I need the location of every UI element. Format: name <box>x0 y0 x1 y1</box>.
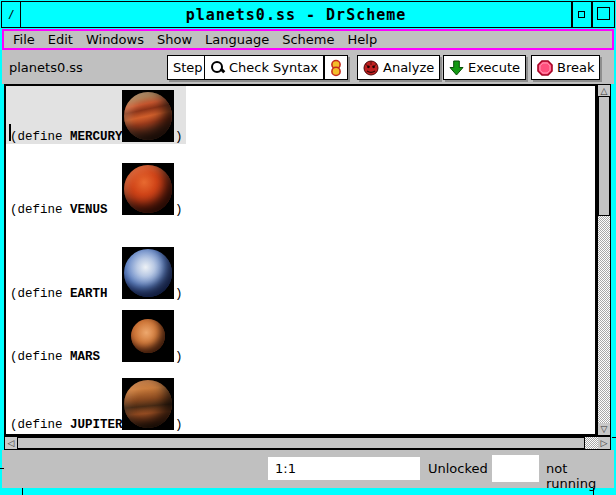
window-menu-icon: / <box>8 8 16 19</box>
maximize-button[interactable] <box>592 2 614 27</box>
menu-file[interactable]: File <box>13 32 35 47</box>
run-indicator-box <box>492 455 539 482</box>
drscheme-window: { "window": { "title": "planets0.ss - Dr… <box>0 0 616 495</box>
step-button-label: Step <box>173 60 203 75</box>
definition-line-mercury: (define MERCURY ) <box>6 90 266 142</box>
step-button[interactable]: Step <box>167 55 209 80</box>
toolbar: planets0.ss Step Check Syntax Analyze <box>2 50 614 84</box>
definitions-editor[interactable]: (define MERCURY ) (define VENUS ) (defin… <box>4 84 597 436</box>
planet-globe <box>124 380 172 428</box>
spider-face-icon <box>363 60 379 76</box>
analyze-label: Analyze <box>383 60 434 75</box>
identifier: MARS <box>70 350 100 364</box>
scroll-left-arrow-icon[interactable]: ◁ <box>5 437 17 449</box>
check-syntax-button[interactable]: Check Syntax <box>204 55 324 80</box>
scroll-down-arrow-icon[interactable]: ▽ <box>598 423 610 435</box>
menu-language[interactable]: Language <box>205 32 269 47</box>
filename-label: planets0.ss <box>9 60 83 75</box>
magnifier-icon <box>210 60 225 75</box>
run-status-label: not running <box>546 461 614 491</box>
planet-image-venus <box>122 163 174 215</box>
frame-resize-tick <box>612 437 616 438</box>
execute-label: Execute <box>468 60 520 75</box>
frame-resize-tick <box>0 468 4 469</box>
scroll-right-arrow-icon[interactable]: ▷ <box>598 437 610 449</box>
caret-position-field[interactable] <box>268 457 420 480</box>
planet-image-mercury <box>122 90 174 142</box>
close-paren: ) <box>175 130 183 144</box>
close-paren: ) <box>175 203 183 217</box>
definition-line-venus: (define VENUS ) <box>6 163 266 215</box>
close-paren: ) <box>175 418 183 432</box>
green-down-arrow-icon <box>449 60 464 76</box>
planet-globe <box>131 319 165 353</box>
definition-line-mars: (define MARS ) <box>6 310 266 362</box>
execute-button[interactable]: Execute <box>443 55 526 80</box>
planet-image-mars <box>122 310 174 362</box>
break-button[interactable]: Break <box>531 55 600 80</box>
break-label: Break <box>557 60 594 75</box>
code-text: (define <box>10 203 70 217</box>
maximize-icon <box>597 7 610 20</box>
menu-edit[interactable]: Edit <box>48 32 73 47</box>
frame-resize-tick <box>22 488 23 495</box>
close-paren: ) <box>175 287 183 301</box>
menu-show[interactable]: Show <box>157 32 192 47</box>
content-frame: (define MERCURY ) (define VENUS ) (defin… <box>4 84 611 450</box>
vertical-scrollbar[interactable]: △ ▽ <box>597 84 611 436</box>
frame-resize-tick <box>593 488 594 495</box>
identifier: VENUS <box>70 203 108 217</box>
code-text: (define <box>10 350 70 364</box>
statusbar: Unlocked not running <box>2 450 614 488</box>
identifier: MERCURY <box>70 130 123 144</box>
definition-line-earth: (define EARTH ) <box>6 247 266 299</box>
menubar: File Edit Windows Show Language Scheme H… <box>2 29 614 50</box>
library-button[interactable] <box>324 55 348 80</box>
window-title: planets0.ss - DrScheme <box>21 2 572 27</box>
code-text: (define <box>10 130 70 144</box>
identifier: JUPITER <box>70 418 123 432</box>
planet-image-jupiter <box>122 378 174 430</box>
code-text: (define <box>10 418 70 432</box>
code-text: (define <box>10 287 70 301</box>
planet-image-earth <box>122 247 174 299</box>
planet-globe <box>124 92 172 140</box>
identifier: EARTH <box>70 287 108 301</box>
minimize-icon <box>578 11 585 18</box>
planet-globe <box>124 165 172 213</box>
menu-windows[interactable]: Windows <box>86 32 144 47</box>
close-paren: ) <box>175 350 183 364</box>
menu-scheme[interactable]: Scheme <box>282 32 334 47</box>
definition-line-jupiter: (define JUPITER ) <box>6 378 266 430</box>
yellow-eight-icon <box>329 59 343 77</box>
lock-status-toggle[interactable]: Unlocked <box>428 461 488 476</box>
titlebar[interactable]: / planets0.ss - DrScheme <box>1 1 615 28</box>
menu-help[interactable]: Help <box>348 32 378 47</box>
stop-octagon-icon <box>537 60 553 76</box>
vertical-scrollbar-thumb[interactable] <box>598 96 610 216</box>
horizontal-scrollbar-thumb[interactable] <box>17 437 585 449</box>
planet-globe <box>124 249 172 297</box>
window-menu-button[interactable]: / <box>2 2 21 27</box>
horizontal-scrollbar[interactable]: ◁ ▷ <box>4 436 611 450</box>
minimize-button[interactable] <box>572 2 592 27</box>
check-syntax-label: Check Syntax <box>229 60 318 75</box>
analyze-button[interactable]: Analyze <box>357 55 440 80</box>
